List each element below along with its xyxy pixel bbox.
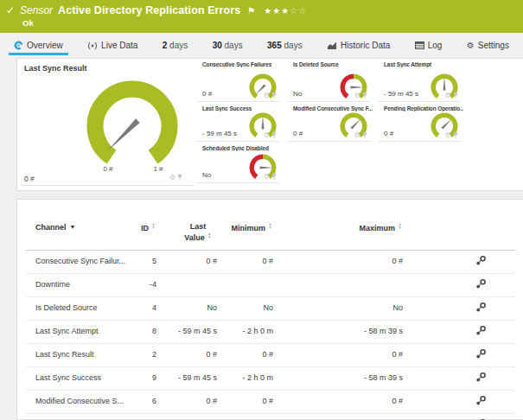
log-icon (415, 41, 424, 49)
gear-icon[interactable]: ⚙ (264, 92, 270, 99)
pin-icon[interactable] (453, 131, 458, 139)
tab-overview[interactable]: Overview (9, 33, 68, 58)
settings-icon: ⚙ (467, 41, 475, 50)
gear-icon[interactable]: ⚙ (354, 132, 360, 139)
sensor-header: ✓ Sensor Active Directory Replication Er… (0, 0, 523, 33)
channel-minimum: No (217, 296, 273, 320)
gauge-cell-scheduled-sync-disabled[interactable]: Scheduled Sync DisabledNo⚙ (197, 143, 279, 183)
channel-last-value: 0 # (156, 250, 217, 273)
tab-historic-data[interactable]: Historic Data (322, 33, 395, 58)
column-header-maximum[interactable]: Maximum▲▼ (273, 200, 403, 250)
table-row-consecutive-sync-failur[interactable]: Consecutive Sync Failur...50 #0 #0 # (26, 250, 515, 273)
table-row-is-deleted-source[interactable]: Is Deleted Source4NoNoNo (26, 296, 515, 320)
channel-actions (403, 413, 515, 420)
pin-icon[interactable] (362, 131, 367, 139)
gauge (247, 152, 278, 187)
gauge-cell-is-deleted-source[interactable]: Is Deleted SourceNo⚙ (288, 59, 370, 102)
live-icon (87, 41, 98, 50)
channel-table: Channel▼ ID▲▼ Last Value▲▼ Minimum▲▼ Max… (26, 200, 515, 420)
channel-actions (403, 366, 515, 390)
pin-icon[interactable] (362, 92, 367, 99)
main-gauge-scale-max: 1 # (145, 165, 171, 173)
channel-minimum: 0 # (217, 250, 273, 273)
channel-name: Last Sync Success (26, 366, 130, 390)
channel-name: Consecutive Sync Failur... (26, 250, 130, 273)
divider (20, 185, 194, 186)
gauge-cell-consecutive-sync-failures[interactable]: Consecutive Sync Failures0 #⚙ (197, 59, 279, 102)
column-header-minimum[interactable]: Minimum▲▼ (217, 200, 273, 250)
table-row-last-sync-result[interactable]: Last Sync Result20 #0 #0 # (26, 343, 515, 366)
gear-icon[interactable]: ⚙ (169, 175, 175, 181)
gauge-cell-last-sync-success[interactable]: Last Sync Success- 59 m 45 s⚙ (197, 103, 279, 142)
channel-minimum: 0 # (217, 413, 273, 420)
table-row-modified-consecutive-s[interactable]: Modified Consecutive S...60 #0 #0 # (26, 390, 515, 413)
gauge-cell-modified-consecutive-sync-f[interactable]: Modified Consecutive Sync F...0 #⚙ (288, 103, 370, 142)
tab-log[interactable]: Log (410, 33, 448, 58)
channel-minimum: - 2 h 0 m (217, 320, 273, 343)
channel-last-value: 0 # (156, 413, 217, 420)
gauge-cell-last-sync-attempt[interactable]: Last Sync Attempt- 59 m 45 s⚙ (379, 59, 461, 102)
gauge (247, 111, 278, 145)
channel-settings-icon[interactable] (475, 395, 487, 406)
channel-settings-icon[interactable] (475, 278, 487, 290)
channel-settings-icon[interactable] (475, 372, 487, 383)
gear-icon[interactable]: ⚙ (354, 92, 360, 99)
overview-icon (14, 41, 23, 50)
table-row-pending-replication-op[interactable]: Pending Replication Op...70 #0 #1 # (26, 413, 515, 420)
gauge-value: - 59 m 45 s (202, 130, 237, 137)
gauge-actions: ⚙ (354, 92, 367, 99)
pin-icon[interactable] (177, 174, 182, 181)
channel-actions (403, 390, 515, 413)
tab-365-days[interactable]: 365 days (262, 33, 308, 58)
channel-settings-icon[interactable] (475, 255, 487, 266)
channel-minimum (217, 273, 273, 296)
tab-label: Overview (27, 41, 63, 50)
gauge-needle (350, 119, 360, 130)
channel-maximum: - 58 m 39 s (273, 320, 403, 343)
gear-icon[interactable]: ⚙ (445, 92, 451, 99)
gear-icon[interactable]: ⚙ (264, 174, 270, 181)
channel-actions (403, 320, 515, 343)
channel-settings-icon[interactable] (475, 348, 487, 360)
gauge (338, 72, 369, 106)
gauge-title: Consecutive Sync Failures (202, 61, 271, 67)
gauge-needle (108, 118, 140, 150)
channel-name: Is Deleted Source (26, 296, 130, 320)
pin-icon[interactable] (271, 92, 277, 99)
tab-live-data[interactable]: Live Data (82, 33, 143, 58)
channel-last-value: - 59 m 45 s (156, 366, 217, 390)
tab-2-days[interactable]: 2 days (157, 33, 193, 58)
channel-settings-icon[interactable] (475, 302, 487, 313)
main-gauge-value: 0 # (24, 175, 35, 183)
tab-settings[interactable]: ⚙Settings (462, 33, 514, 58)
tab-30-days[interactable]: 30 days (207, 33, 248, 58)
table-row-last-sync-attempt[interactable]: Last Sync Attempt8- 59 m 45 s- 2 h 0 m- … (26, 320, 515, 343)
gear-icon[interactable]: ⚙ (264, 132, 270, 139)
pin-icon[interactable] (271, 131, 277, 139)
channel-minimum: 0 # (217, 343, 273, 366)
pin-icon[interactable] (271, 173, 277, 181)
table-row-last-sync-success[interactable]: Last Sync Success9- 59 m 45 s- 2 h 0 m- … (26, 366, 515, 390)
column-header-last-value[interactable]: Last Value▲▼ (156, 200, 217, 250)
priority-stars[interactable]: ★★★☆☆ (264, 6, 307, 16)
channel-settings-icon[interactable] (475, 325, 487, 336)
gauge-actions: ⚙ (264, 92, 277, 99)
column-header-id[interactable]: ID▲▼ (130, 200, 156, 250)
channel-maximum: - 58 m 39 s (273, 366, 403, 390)
main-gauge-cell[interactable]: Last Sync Result 0 # 1 # 0 # ⚙ (17, 59, 197, 190)
channel-actions (403, 273, 515, 296)
channel-id: 2 (130, 343, 156, 366)
channel-name: Last Sync Result (26, 343, 130, 366)
small-gauge-grid: Consecutive Sync Failures0 #⚙Is Deleted … (197, 59, 522, 185)
tab-label: Live Data (101, 41, 137, 50)
column-header-channel[interactable]: Channel▼ (26, 200, 130, 250)
gauge-title: Scheduled Sync Disabled (202, 145, 269, 151)
gauge-cell-pending-replication-operatio[interactable]: Pending Replication Operatio...0 #⚙ (379, 103, 461, 142)
channel-id: 7 (130, 413, 156, 420)
pin-icon[interactable] (453, 92, 458, 99)
channel-id: 6 (130, 390, 156, 413)
gauge-actions: ⚙ (354, 131, 367, 139)
table-row-downtime[interactable]: Downtime-4 (26, 273, 515, 296)
gauge (429, 72, 460, 106)
gear-icon[interactable]: ⚙ (445, 132, 451, 139)
